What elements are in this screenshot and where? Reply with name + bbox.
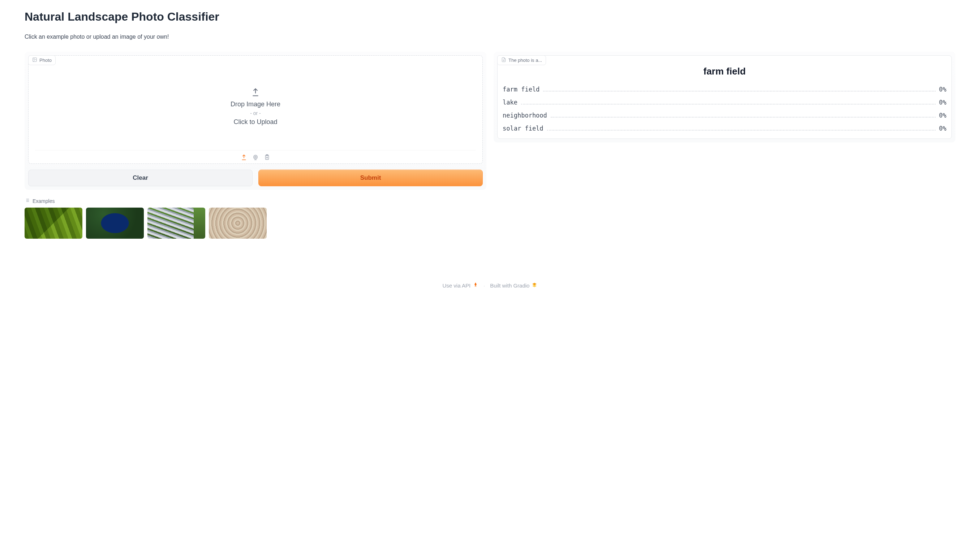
svg-point-2 bbox=[254, 155, 258, 159]
drop-center: Drop Image Here - or - Click to Upload bbox=[29, 56, 482, 150]
result-dots bbox=[547, 130, 935, 131]
built-with-gradio-link[interactable]: Built with Gradio bbox=[490, 282, 537, 289]
webcam-tool-icon[interactable] bbox=[252, 154, 259, 161]
use-via-api-text: Use via API bbox=[443, 282, 471, 289]
svg-point-1 bbox=[33, 59, 34, 59]
result-name: neighborhood bbox=[503, 112, 547, 119]
drop-sub: Click to Upload bbox=[234, 118, 277, 126]
image-tools bbox=[35, 150, 476, 163]
result-dots bbox=[543, 91, 935, 91]
drop-or: - or - bbox=[250, 110, 261, 116]
result-name: farm field bbox=[503, 86, 539, 93]
footer-separator: · bbox=[484, 282, 485, 289]
submit-button[interactable]: Submit bbox=[258, 170, 483, 186]
svg-point-6 bbox=[267, 157, 268, 158]
example-thumb-neighborhood[interactable] bbox=[209, 207, 267, 239]
result-dots bbox=[551, 117, 935, 118]
use-via-api-link[interactable]: Use via API bbox=[443, 282, 479, 289]
result-name: solar field bbox=[503, 125, 544, 132]
image-icon bbox=[32, 57, 37, 63]
footer: Use via API · Built with Gradio bbox=[25, 282, 955, 289]
result-row: farm field 0% bbox=[503, 86, 947, 93]
upload-tool-icon[interactable] bbox=[241, 154, 247, 161]
result-pct: 0% bbox=[939, 86, 947, 93]
result-pct: 0% bbox=[939, 112, 947, 119]
examples-label: Examples bbox=[32, 198, 54, 204]
page-subtitle: Click an example photo or upload an imag… bbox=[25, 34, 955, 40]
example-thumb-lake[interactable] bbox=[86, 207, 144, 239]
image-drop-zone[interactable]: Photo Drop Image Here - or - Click to Up… bbox=[28, 55, 483, 164]
output-panel-wrapper: The photo is a... farm field farm field … bbox=[493, 52, 955, 142]
result-name: lake bbox=[503, 99, 517, 106]
upload-icon bbox=[251, 88, 260, 98]
example-thumb-farm-field[interactable] bbox=[25, 207, 83, 239]
input-panel-label: Photo bbox=[28, 55, 56, 65]
clipboard-tool-icon[interactable] bbox=[264, 154, 270, 161]
examples-block: Examples bbox=[25, 198, 487, 239]
results-list: farm field 0% lake 0% neighborhood 0% bbox=[503, 86, 947, 132]
result-dots bbox=[521, 104, 935, 105]
output-panel-label-text: The photo is a... bbox=[508, 57, 542, 63]
svg-point-3 bbox=[255, 156, 256, 158]
rocket-icon bbox=[473, 282, 479, 289]
result-row: lake 0% bbox=[503, 99, 947, 106]
result-pct: 0% bbox=[939, 99, 947, 106]
input-panel-wrapper: Photo Drop Image Here - or - Click to Up… bbox=[25, 52, 487, 190]
output-panel-label: The photo is a... bbox=[497, 55, 546, 65]
drop-title: Drop Image Here bbox=[231, 101, 280, 108]
result-row: solar field 0% bbox=[503, 125, 947, 132]
classification-top-label: farm field bbox=[503, 66, 947, 77]
list-icon bbox=[25, 198, 30, 204]
document-icon bbox=[501, 57, 506, 63]
input-panel-label-text: Photo bbox=[40, 57, 52, 63]
page-title: Natural Landscape Photo Classifier bbox=[25, 10, 955, 24]
result-pct: 0% bbox=[939, 125, 947, 132]
example-thumb-solar-field[interactable] bbox=[148, 207, 205, 239]
result-row: neighborhood 0% bbox=[503, 112, 947, 119]
clear-button[interactable]: Clear bbox=[28, 170, 253, 186]
built-with-gradio-text: Built with Gradio bbox=[490, 282, 530, 289]
output-panel: The photo is a... farm field farm field … bbox=[497, 55, 952, 139]
examples-header: Examples bbox=[25, 198, 487, 204]
gradio-icon bbox=[531, 282, 537, 289]
